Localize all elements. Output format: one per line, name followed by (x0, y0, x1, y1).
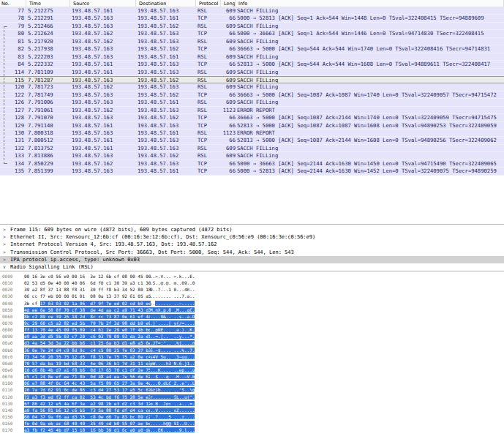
packet-row[interactable]: 795.212466193.48.57.163193.48.57.162RSL6… (0, 23, 504, 30)
hex-row[interactable]: 01306f 86 42 12 e5 4a 6f 3e a2 98 2b e3 … (2, 400, 504, 407)
packet-row[interactable]: 845.222332193.48.57.161193.48.57.163TCP6… (0, 61, 504, 68)
cell-time: 7.781723 (28, 83, 70, 90)
packet-row[interactable]: 1327.813752193.48.57.161193.48.57.163RSL… (0, 145, 504, 152)
packet-row[interactable]: 1147.781109193.48.57.161193.48.57.163RSL… (0, 69, 504, 76)
expander-collapsed-icon[interactable]: > (3, 233, 10, 241)
column-header-info[interactable]: Info (237, 0, 504, 7)
hex-row[interactable]: 00c073 34 56 20 35 75 12 d5 f8 33 7e 75 … (2, 353, 504, 360)
ascii-bytes: ..pNE... .a.)..K. (150, 327, 195, 332)
detail-row[interactable]: ∨Radio Signalling Link (RSL) (0, 263, 504, 271)
hex-bytes-selected: ff 13 70 4e 45 09 f5 09 c4 61 2e 29 e0 7… (24, 327, 151, 332)
hex-bytes: 60 04 37 9a f6 aa d3 35 c8 0e d6 7a 83 b… (24, 413, 150, 420)
hex-offset: 0120 (2, 394, 24, 400)
packet-row[interactable]: 1157.781287193.48.57.163193.48.57.162RSL… (0, 76, 504, 83)
hex-bytes: 36 0e 7e 24 d4 c9 8d 9c c4 c5 80 25 fe 8… (24, 347, 150, 353)
cell-time: 7.813752 (28, 145, 70, 151)
cell-info: SACCH FILLing (237, 83, 504, 90)
cell-time: 5.217920 (28, 38, 70, 45)
cell-time: 7.791140 (28, 122, 70, 129)
packet-row[interactable]: 1207.781723193.48.57.162193.48.57.163RSL… (0, 83, 504, 91)
cell-source: 193.48.57.163 (72, 130, 136, 136)
detail-row[interactable]: >Frame 115: 609 bytes on wire (4872 bits… (0, 226, 504, 233)
ascii-bytes-selected: ....9&.- ..s..a.D (150, 314, 195, 319)
hex-offset: 00c0 (2, 353, 24, 360)
expander-expanded-icon[interactable]: ∨ (3, 263, 10, 271)
packet-row[interactable]: 1277.791061193.48.57.162193.48.57.163RSL… (0, 107, 504, 114)
ascii-bytes-selected: `.7....5 ...z.... (150, 414, 195, 419)
expander-collapsed-icon[interactable]: > (3, 249, 10, 256)
hex-row[interactable]: 00e010 d6 8b 4b d7 a1 f8 b6 0d 17 65 70 … (2, 367, 504, 373)
packet-row[interactable]: 1287.791070193.48.57.163193.48.57.162TCP… (0, 114, 504, 121)
packet-row[interactable]: 815.217920193.48.57.162193.48.57.163RSL6… (0, 38, 504, 45)
cell-protocol: TCP (198, 160, 221, 167)
column-header-length[interactable]: Length (222, 0, 236, 7)
cell-destination: 193.48.57.163 (138, 160, 196, 167)
column-header-destination[interactable]: Destination (138, 0, 196, 7)
cell-no: 78 (0, 15, 26, 21)
cell-no: 77 (0, 7, 26, 14)
expander-collapsed-icon[interactable]: > (3, 256, 10, 263)
ascii-bytes: .S..@.@. m..09..0 (150, 280, 195, 285)
hex-row[interactable]: 002039 a2 8f 37 13 88 f8 31 30 ff f8 b3 … (2, 286, 504, 293)
hex-row[interactable]: 015060 04 37 9a f6 aa d3 35 c8 0e d6 7a … (2, 413, 504, 420)
packet-row[interactable]: 1307.800318193.48.57.163193.48.57.161RSL… (0, 130, 504, 137)
hex-row[interactable]: 012072 a3 f3 ed f2 ff ca 02 53 4c bd f6 … (2, 394, 504, 400)
packet-row[interactable]: 775.212275193.48.57.161193.48.57.163RSL6… (0, 7, 504, 15)
cell-time: 7.813886 (28, 152, 70, 159)
packet-row[interactable]: 835.222203193.48.57.163193.48.57.161RSL6… (0, 53, 504, 61)
detail-row[interactable]: >Ethernet II, Src: Xensourc_12:6b:cf (00… (0, 233, 504, 241)
hex-row[interactable]: 010006 e7 88 4f 0c 64 4c 43 5a f5 89 65 … (2, 380, 504, 386)
hex-row[interactable]: 0140a9 fa 56 81 b6 12 c6 b5 73 5a 88 fd … (2, 407, 504, 413)
hex-bytes-selected: 72 a3 f3 ed f2 ff ca 02 53 4c bd f6 75 2… (24, 394, 151, 399)
detail-row[interactable]: >Transmission Control Protocol, Src Port… (0, 249, 504, 256)
ascii-bytes-selected: ...O.dLC Z..e':.L (150, 380, 195, 386)
hex-row[interactable]: 001002 53 d5 0e 40 00 40 06 6d f0 c1 30 … (2, 279, 504, 286)
hex-bytes-selected: a9 fa 56 81 b6 12 c6 b5 73 5a 88 fd df d… (24, 408, 151, 413)
hex-row[interactable]: 00504d ee 6e 58 8f 70 cf 38 de 4d aa c2 … (2, 307, 504, 313)
hex-row[interactable]: 0170a3 fb f2 45 4b d7 15 18 16 bb 39 d1 … (2, 427, 504, 433)
hex-row[interactable]: 00f0c5 c1 24 8e ef ee 71 0b 0d 48 a4 ea … (2, 373, 504, 380)
hex-row[interactable]: 00d070 57 da ba 19 bd 68 33 4e 06 36 b1 … (2, 360, 504, 367)
hex-row[interactable]: 0160fe 0d 9a eb ac 68 40 40 35 49 cd b0 … (2, 420, 504, 427)
hex-row[interactable]: 00608b c2 89 ce 39 26 18 2d 8c cc 73 87 … (2, 313, 504, 320)
packet-row[interactable]: 1267.791006193.48.57.163193.48.57.161RSL… (0, 99, 504, 106)
cell-time: 7.791070 (28, 114, 70, 121)
packet-row[interactable]: 825.217938193.48.57.163193.48.57.162TCP6… (0, 45, 504, 53)
hex-row[interactable]: 0080ff 13 70 4e 45 09 f5 09 c4 61 2e 29 … (2, 326, 504, 333)
packet-row[interactable]: 805.212624193.48.57.162193.48.57.163TCP6… (0, 30, 504, 37)
detail-row[interactable]: >Internet Protocol Version 4, Src: 193.4… (0, 241, 504, 248)
packet-row[interactable]: 1317.800512193.48.57.161193.48.57.163TCP… (0, 137, 504, 144)
hex-row[interactable]: 00a0d3 4a 54 3d 3a 22 bb b6 c1 25 6a b3 … (2, 339, 504, 346)
packet-row[interactable]: 785.212291193.48.57.163193.48.57.161TCP6… (0, 15, 504, 22)
packet-row[interactable]: 1357.851399193.48.57.163193.48.57.161TCP… (0, 168, 504, 175)
cell-source: 193.48.57.163 (72, 45, 136, 52)
hex-row[interactable]: 011026 7a 7d 62 91 0c de 86 c3 d4 27 53 … (2, 386, 504, 393)
cell-source: 193.48.57.161 (72, 145, 136, 151)
hex-row[interactable]: 00b036 0e 7e 24 d4 c9 8d 9c c4 c5 80 25 … (2, 347, 504, 353)
packet-row[interactable]: 1347.850229193.48.57.162193.48.57.163TCP… (0, 160, 504, 168)
cell-destination: 193.48.57.163 (138, 30, 196, 37)
hex-row[interactable]: 003006 cc f7 eb 00 00 01 01 08 0a 13 37 … (2, 293, 504, 299)
cell-protocol: TCP (198, 30, 221, 37)
hex-row[interactable]: 000000 16 3e c0 56 e9 00 16 3e 12 6b cf … (2, 273, 504, 279)
ascii-bytes-selected: ..V..... sZ...... (150, 408, 195, 413)
column-header-source[interactable]: Source (72, 0, 136, 7)
packet-row[interactable]: 1227.781749193.48.57.163193.48.57.162TCP… (0, 91, 504, 99)
hex-bytes: ff 13 70 4e 45 09 f5 09 c4 61 2e 29 e0 7… (24, 326, 150, 333)
packet-row[interactable]: 1337.813886193.48.57.163193.48.57.162RSL… (0, 152, 504, 160)
expander-collapsed-icon[interactable]: > (3, 241, 10, 248)
cell-length: 609 (222, 7, 236, 14)
hex-row[interactable]: 00403b cf 17 03 03 02 1a 96 d7 9f 7e ed … (2, 300, 504, 307)
column-header-time[interactable]: Time (28, 0, 70, 7)
expander-collapsed-icon[interactable]: > (3, 226, 10, 233)
hex-row[interactable]: 0090e9 aa 3d d5 5b 03 c7 20 c6 03 79 09 … (2, 333, 504, 339)
cell-source: 193.48.57.163 (72, 23, 136, 29)
cell-protocol: TCP (198, 114, 221, 121)
column-header-protocol[interactable]: Protocol (198, 0, 221, 7)
packet-row[interactable]: 1297.791140193.48.57.161193.48.57.163TCP… (0, 122, 504, 130)
cell-length: 609 (222, 145, 236, 151)
detail-row[interactable]: >IPA protocol ip.access, type: unknown 0… (0, 256, 504, 263)
hex-row[interactable]: 00709c 29 60 c5 a2 82 ed 5b 79 7b 2f 3d … (2, 320, 504, 326)
column-header-no[interactable]: No. (0, 0, 26, 7)
detail-row-text: Internet Protocol Version 4, Src: 193.48… (10, 241, 217, 247)
